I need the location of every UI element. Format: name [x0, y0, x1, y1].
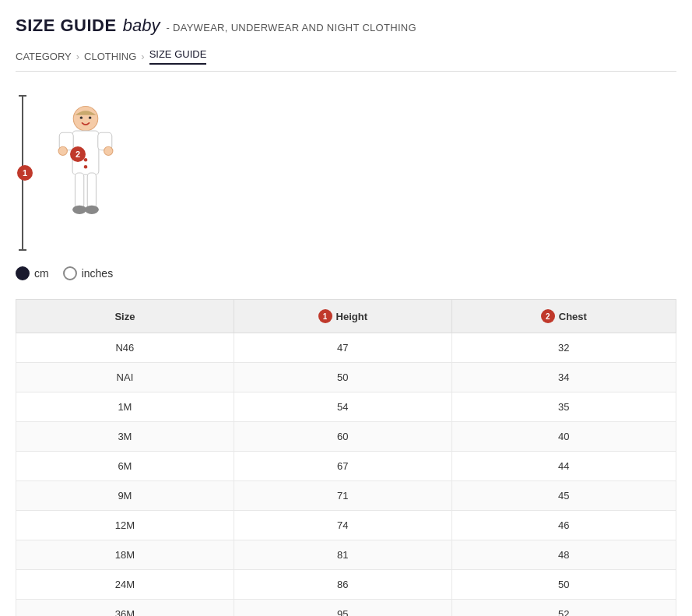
th-height-badge-num: 1	[318, 309, 332, 323]
cell-height: 54	[234, 392, 451, 422]
page-wrapper: SIZE GUIDE baby - DAYWEAR, UNDERWEAR AND…	[0, 0, 692, 616]
table-row: 1M5435	[16, 392, 676, 422]
cell-chest: 48	[451, 540, 676, 570]
svg-point-10	[84, 158, 88, 162]
cell-chest: 35	[451, 392, 676, 422]
baby-illustration	[47, 103, 125, 243]
inches-option[interactable]: inches	[63, 266, 113, 280]
breadcrumb-sep-2: ›	[141, 51, 144, 62]
th-height: 1 Height	[234, 300, 451, 333]
table-header-row: Size 1 Height 2 Chest	[16, 300, 676, 333]
cell-height: 74	[234, 511, 451, 540]
breadcrumb: CATEGORY › CLOTHING › SIZE GUIDE	[16, 48, 676, 72]
cell-chest: 32	[451, 333, 676, 363]
size-table: Size 1 Height 2 Chest N464732NAI50341M54…	[16, 299, 676, 616]
th-chest-badge-num: 2	[541, 309, 555, 323]
title-baby: baby	[123, 16, 160, 36]
cell-size: 24M	[16, 570, 234, 600]
cell-height: 67	[234, 452, 451, 481]
page-title-section: SIZE GUIDE baby - DAYWEAR, UNDERWEAR AND…	[16, 16, 676, 36]
svg-point-0	[73, 107, 98, 132]
cell-size: 1M	[16, 392, 234, 422]
cell-chest: 50	[451, 570, 676, 600]
breadcrumb-category[interactable]: CATEGORY	[16, 51, 72, 62]
svg-rect-7	[87, 173, 96, 208]
breadcrumb-sep-1: ›	[76, 51, 79, 62]
cell-size: 6M	[16, 452, 234, 481]
table-row: N464732	[16, 333, 676, 363]
cm-label: cm	[34, 267, 49, 280]
table-row: NAI5034	[16, 363, 676, 392]
cell-size: 9M	[16, 481, 234, 511]
cell-chest: 46	[451, 511, 676, 540]
table-row: 6M6744	[16, 452, 676, 481]
cell-height: 81	[234, 540, 451, 570]
cell-height: 60	[234, 422, 451, 452]
cell-size: N46	[16, 333, 234, 363]
svg-point-11	[84, 165, 88, 169]
cell-height: 95	[234, 600, 451, 617]
svg-point-5	[104, 146, 113, 155]
th-height-label: Height	[336, 311, 367, 322]
cell-size: 3M	[16, 422, 234, 452]
cell-size: 12M	[16, 511, 234, 540]
cell-chest: 52	[451, 600, 676, 617]
cell-height: 50	[234, 363, 451, 392]
title-size-guide: SIZE GUIDE	[16, 16, 117, 36]
svg-point-13	[89, 116, 91, 118]
cell-chest: 40	[451, 422, 676, 452]
table-row: 18M8148	[16, 540, 676, 570]
svg-rect-6	[76, 173, 84, 208]
cell-size: 18M	[16, 540, 234, 570]
svg-point-4	[58, 146, 67, 155]
cell-chest: 45	[451, 481, 676, 511]
table-row: 9M7145	[16, 481, 676, 511]
cell-chest: 44	[451, 452, 676, 481]
th-chest: 2 Chest	[451, 300, 676, 333]
cm-option[interactable]: cm	[16, 266, 49, 280]
cell-size: 36M	[16, 600, 234, 617]
breadcrumb-size-guide[interactable]: SIZE GUIDE	[149, 48, 207, 65]
cell-height: 71	[234, 481, 451, 511]
table-body: N464732NAI50341M54353M60406M67449M714512…	[16, 333, 676, 617]
th-size: Size	[16, 300, 234, 333]
cell-height: 47	[234, 333, 451, 363]
baby-figure: 1 2	[16, 95, 140, 251]
cell-height: 86	[234, 570, 451, 600]
cell-chest: 34	[451, 363, 676, 392]
inches-radio[interactable]	[63, 266, 77, 280]
unit-toggle: cm inches	[16, 266, 676, 280]
badge-chest: 2	[70, 146, 86, 162]
table-row: 36M9552	[16, 600, 676, 617]
svg-point-12	[80, 116, 83, 118]
svg-point-9	[85, 206, 99, 214]
cell-size: NAI	[16, 363, 234, 392]
table-row: 24M8650	[16, 570, 676, 600]
table-row: 12M7446	[16, 511, 676, 540]
table-row: 3M6040	[16, 422, 676, 452]
illustration-section: 1 2	[16, 95, 676, 251]
svg-point-8	[72, 206, 86, 214]
breadcrumb-clothing[interactable]: CLOTHING	[84, 51, 136, 62]
th-chest-badge: 2 Chest	[541, 309, 587, 323]
th-size-label: Size	[114, 311, 135, 322]
cm-radio[interactable]	[16, 266, 30, 280]
th-height-badge: 1 Height	[318, 309, 367, 323]
inches-label: inches	[82, 267, 113, 280]
title-subtitle: - DAYWEAR, UNDERWEAR AND NIGHT CLOTHING	[166, 22, 416, 33]
th-chest-label: Chest	[559, 311, 587, 322]
badge-height: 1	[17, 165, 33, 181]
